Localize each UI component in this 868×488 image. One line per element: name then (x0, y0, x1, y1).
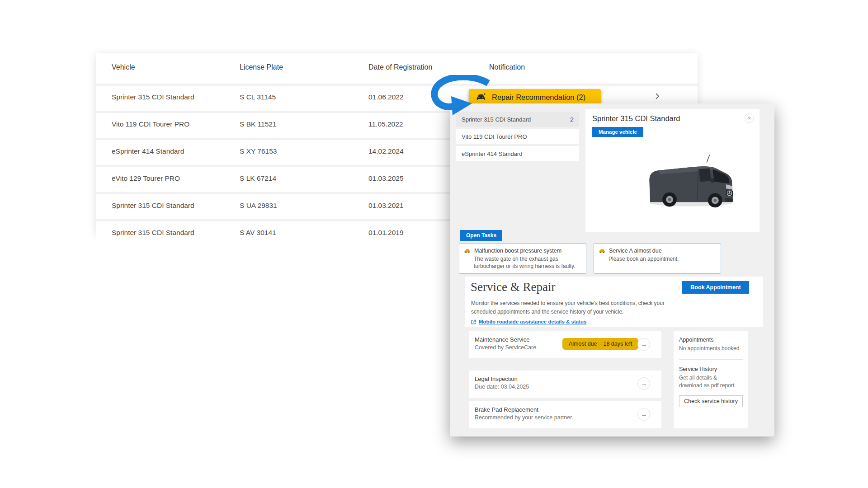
task-description: Please book an appointment. (609, 255, 716, 263)
mobilo-link-label: Mobilo roadside assistance details & sta… (479, 319, 586, 324)
vehicle-cell: Sprinter 315 CDI Standard (112, 202, 194, 210)
license-plate-cell: S BK 11521 (240, 120, 277, 128)
close-icon[interactable]: × (745, 113, 754, 123)
vehicle-image (643, 152, 741, 209)
vehicle-detail-card: Sprinter 315 CDI Standard × Manage vehic… (585, 109, 760, 232)
service-history-title: Service History (679, 366, 743, 372)
vehicle-list-label: Vito 119 CDI Tourer PRO (462, 133, 527, 140)
service-card-title: Maintenance Service (475, 336, 529, 343)
external-link-icon (471, 319, 476, 324)
registration-date-cell: 14.02.2024 (368, 147, 404, 155)
vehicle-cell: Vito 119 CDI Tourer PRO (112, 120, 189, 128)
license-plate-cell: S LK 67214 (240, 174, 276, 183)
task-card[interactable]: Service A almost due Please book an appo… (594, 243, 721, 274)
appointments-title: Appointments (679, 337, 743, 343)
service-card-brake-pad[interactable]: Brake Pad Replacement Recommended by you… (469, 401, 661, 428)
service-card-title: Brake Pad Replacement (475, 406, 538, 413)
column-header-registration-date: Date of Registration (368, 63, 432, 71)
registration-date-cell: 11.05.2022 (368, 120, 403, 128)
fleet-dashboard: Vehicle License Plate Date of Registrati… (0, 0, 868, 488)
car-repair-icon (476, 93, 486, 102)
task-description: The waste gate on the exhaust gas turboc… (474, 255, 581, 270)
vehicle-cell: Sprinter 315 CDI Standard (112, 93, 194, 101)
vehicle-detail-panel: Sprinter 315 CDI Standard 2 Vito 119 CDI… (450, 103, 774, 436)
vehicle-warning-icon (599, 249, 605, 253)
registration-date-cell: 01.03.2025 (368, 174, 404, 183)
mobilo-assistance-link[interactable]: Mobilo roadside assistance details & sta… (471, 319, 586, 324)
open-task-count-badge: 2 (570, 116, 574, 123)
repair-recommendation-button[interactable]: Repair Recommendation (2) (469, 89, 601, 105)
due-status-badge: Almost due – 18 days left (562, 338, 638, 350)
license-plate-cell: S CL 31145 (240, 93, 276, 101)
vehicle-list-label: Sprinter 315 CDI Standard (462, 116, 531, 123)
arrow-right-icon[interactable]: → (637, 377, 650, 390)
license-plate-cell: S AV 30141 (240, 229, 276, 237)
service-card-subtitle: Recommended by your service partner (475, 414, 572, 421)
check-service-history-button[interactable]: Check service history (679, 395, 743, 407)
registration-date-cell: 01.01.2019 (368, 229, 404, 237)
section-title: Service & Repair (471, 280, 555, 294)
vehicle-cell: eSprinter 414 Standard (112, 147, 184, 155)
task-card[interactable]: Malfunction boost pressure system The wa… (459, 243, 586, 274)
vehicle-list-item[interactable]: Vito 119 CDI Tourer PRO (456, 129, 579, 144)
vehicle-cell: eVito 129 Tourer PRO (112, 174, 180, 183)
registration-date-cell: 01.06.2022 (368, 93, 404, 101)
appointments-history-card: Appointments No appointments booked Serv… (674, 331, 748, 428)
registration-date-cell: 01.03.2021 (368, 202, 404, 210)
arrow-right-icon[interactable]: → (637, 338, 650, 351)
chevron-right-icon[interactable] (655, 93, 660, 102)
vehicle-list-item[interactable]: eSprinter 414 Standard (456, 146, 579, 161)
section-description: Monitor the services needed to ensure yo… (471, 299, 684, 316)
license-plate-cell: S XY 76153 (240, 147, 277, 155)
vehicle-cell: Sprinter 315 CDI Standard (112, 229, 194, 237)
vehicle-list-label: eSprinter 414 Standard (462, 150, 522, 157)
service-history-text: Get all details & download as pdf report… (679, 374, 737, 389)
vehicle-title: Sprinter 315 CDI Standard (592, 114, 680, 123)
column-header-vehicle: Vehicle (112, 63, 135, 71)
service-card-subtitle: Due date: 03.04.2025 (475, 384, 529, 390)
service-card-maintenance[interactable]: Maintenance Service Covered by ServiceCa… (469, 331, 661, 358)
vehicle-list-item[interactable]: Sprinter 315 CDI Standard 2 (456, 112, 579, 127)
service-card-subtitle: Covered by ServiceCare. (475, 344, 538, 351)
manage-vehicle-button[interactable]: Manage vehicle (592, 127, 643, 137)
vehicle-warning-icon (464, 249, 471, 253)
license-plate-cell: S UA 29831 (240, 202, 277, 210)
task-title: Service A almost due (609, 248, 662, 254)
appointments-text: No appointments booked (679, 345, 743, 352)
service-card-title: Legal Inspection (475, 375, 518, 382)
notification-label: Repair Recommendation (2) (492, 93, 585, 102)
service-card-legal-inspection[interactable]: Legal Inspection Due date: 03.04.2025 → (469, 371, 661, 398)
column-header-notification: Notification (489, 63, 525, 71)
service-repair-section: Service & Repair Monitor the services ne… (465, 277, 763, 327)
divider (679, 359, 743, 360)
column-header-license-plate: License Plate (240, 63, 283, 71)
arrow-right-icon[interactable]: → (637, 408, 650, 421)
table-header-row: Vehicle License Plate Date of Registrati… (96, 53, 698, 81)
task-title: Malfunction boost pressure system (474, 248, 561, 254)
book-appointment-button[interactable]: Book Appointment (682, 281, 749, 294)
open-tasks-button[interactable]: Open Tasks (460, 230, 502, 241)
